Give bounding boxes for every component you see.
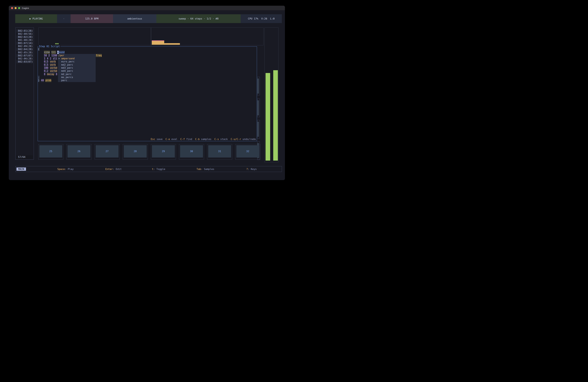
popup-item[interactable]: mo_percs xyxy=(58,76,96,79)
code-token xyxy=(38,73,44,76)
hint-action: save xyxy=(157,138,163,141)
list-item[interactable]: B02:02(28) xyxy=(16,36,33,39)
system-stats: CPU 17% V:26 L:0 xyxy=(241,14,282,23)
code-token xyxy=(44,79,45,82)
bottom-bar: MAIN Space: PlayEnter: Editt: ToggleTab:… xyxy=(15,166,282,172)
step-number: 32 xyxy=(236,145,259,158)
step-number: 27 xyxy=(96,145,119,158)
code-token xyxy=(38,66,44,69)
script-editor[interactable]: Step 01 Script { sine tri sound 50 2 120… xyxy=(38,46,257,141)
step-cell[interactable]: 28 xyxy=(123,144,148,160)
hint-action: : Edit xyxy=(113,168,122,171)
mode-badge: MAIN xyxy=(17,167,26,171)
list-item[interactable]: B02:06(28) xyxy=(16,57,33,60)
code-token: 8 xyxy=(44,73,45,76)
popup-item[interactable]: > ampersand xyxy=(58,57,96,60)
hint-key: t xyxy=(152,168,153,171)
app-window: Cagire ▶ PLAYING · 125.0 BPM ambientous … xyxy=(9,6,285,180)
code-token xyxy=(48,66,50,69)
list-item[interactable]: B02:07(07) xyxy=(16,54,33,57)
vu-bar xyxy=(273,70,278,161)
code-token xyxy=(38,51,44,54)
popup-item[interactable]: euro_perc xyxy=(58,60,96,63)
popup-item[interactable]: md4_perc xyxy=(58,69,96,73)
sample-slot-meter xyxy=(257,77,260,95)
code-token: prob xyxy=(45,79,51,82)
hint-key: C-f xyxy=(180,138,185,141)
list-item[interactable]: B02:08(56) xyxy=(16,32,33,36)
code-token xyxy=(48,57,50,60)
zoom-button[interactable] xyxy=(18,7,20,9)
trigger-dot xyxy=(56,43,57,44)
key-hint: Tab: Samples xyxy=(196,167,214,171)
trigger-dot xyxy=(57,43,58,44)
close-button[interactable] xyxy=(11,7,13,9)
list-item[interactable]: B02:05(28) xyxy=(16,51,33,54)
code-token xyxy=(51,57,53,60)
code-token: decay xyxy=(47,73,54,76)
code-token: tri xyxy=(51,51,56,54)
step-cell[interactable]: 25 xyxy=(38,144,63,160)
code-token: 2 xyxy=(50,57,51,60)
completion-list: > ampersand euro_perc md2_perc md3_perc … xyxy=(58,57,96,82)
hint-key: Enter xyxy=(105,168,113,171)
code-token: 8 xyxy=(56,73,57,76)
step-cell[interactable]: 30 xyxy=(179,144,204,160)
code-line: { xyxy=(38,48,257,51)
code-token: freq xyxy=(96,54,102,57)
popup-item[interactable]: md3_perc xyxy=(58,66,96,69)
slot-fill-bar xyxy=(257,122,259,137)
code-token xyxy=(48,60,50,63)
hint-key: C-e xyxy=(166,138,170,141)
code-token xyxy=(38,63,44,66)
trigger-dot xyxy=(58,43,59,44)
step-number: 28 xyxy=(124,145,147,158)
list-item[interactable]: B02:04(28) xyxy=(16,48,33,51)
hint-key: Tab xyxy=(196,168,201,171)
code-token xyxy=(56,51,57,54)
hint-key: Esc xyxy=(151,138,155,141)
status-bar: ▶ PLAYING · 125.0 BPM ambientous sweep ·… xyxy=(15,14,282,23)
code-line: sine tri sound xyxy=(38,51,257,54)
popup-item[interactable]: perc xyxy=(58,79,96,82)
code-token: ound xyxy=(59,51,65,54)
list-item[interactable]: B02:01(28) xyxy=(16,29,33,32)
step-cell[interactable]: 27 xyxy=(95,144,120,160)
step-cell[interactable]: 32 xyxy=(235,144,260,160)
list-item[interactable]: B02:09(28) xyxy=(16,45,33,48)
step-cell[interactable]: 31 xyxy=(207,144,232,160)
code-token: 1 xyxy=(44,57,45,60)
hint-action: samples xyxy=(201,138,211,141)
code-token: { xyxy=(38,48,40,51)
autocomplete-popup: /per > ampersand euro_perc md2_perc md3_… xyxy=(58,54,96,82)
minimize-button[interactable] xyxy=(15,7,17,9)
hint-key: C-b xyxy=(195,138,200,141)
list-item[interactable]: B01:08(28) xyxy=(16,39,33,42)
selection-marker-icon: > xyxy=(58,57,60,60)
buffer-list: B02:01(28)B02:08(56)B02:02(28)B01:08(28)… xyxy=(15,27,34,160)
sample-slot-meter xyxy=(257,99,260,117)
hint-key: C-s xyxy=(214,138,219,141)
list-item[interactable]: B01:07(14) xyxy=(16,42,33,45)
key-hint: ?: Keys xyxy=(246,167,257,171)
transport-status: ▶ PLAYING xyxy=(15,14,57,23)
code-token: 0.2 xyxy=(44,69,48,73)
code-token xyxy=(45,73,47,76)
code-token xyxy=(45,57,47,60)
step-number: 26 xyxy=(67,145,90,158)
list-item[interactable]: B02:03(07) xyxy=(16,60,33,63)
hint-key: Space xyxy=(57,168,65,171)
code-token: 0.5 xyxy=(44,60,48,63)
pattern-panel-left xyxy=(39,27,151,45)
code-token: s xyxy=(57,51,59,54)
window-title: Cagire xyxy=(22,7,29,9)
code-token xyxy=(50,51,51,54)
code-token: sine xyxy=(44,51,50,54)
popup-item[interactable]: md_perc xyxy=(58,73,96,76)
pattern-info: sweep · 64 steps · 1/2 · #8 xyxy=(156,14,241,23)
step-cell[interactable]: 26 xyxy=(66,144,91,160)
step-cell[interactable]: 29 xyxy=(151,144,176,160)
code-token: 4 xyxy=(47,57,48,60)
step-number: 25 xyxy=(39,145,62,158)
popup-item[interactable]: md2_perc xyxy=(58,63,96,66)
